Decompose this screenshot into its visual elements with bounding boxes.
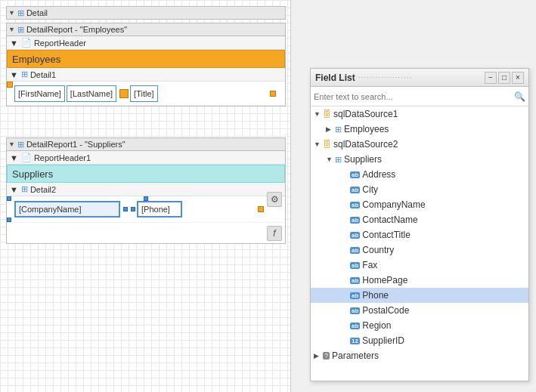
d1-icon: ⊞	[21, 69, 28, 79]
suppliers-band-label: Suppliers	[12, 168, 53, 180]
rh1-icon: 📄	[21, 153, 32, 162]
mid-handle2	[131, 207, 135, 211]
contactname-label: ContactName	[362, 215, 417, 225]
contacttitle-ab-icon: ab	[350, 232, 360, 239]
region-label: Region	[362, 320, 391, 331]
suppliers-arrow: ▼	[326, 156, 333, 163]
detail-band: ▼ ⊞ Detail	[6, 6, 286, 20]
d1-arrow: ▼	[10, 70, 18, 79]
search-box: 🔍	[311, 87, 528, 106]
detail-report-1-band: ▼ ⊞ DetailReport - "Employees" ▼ 📄 Repor…	[6, 23, 286, 106]
close-button[interactable]: ×	[512, 72, 524, 84]
detail-report-2-header[interactable]: ▼ ⊞ DetailReport1 - "Suppliers"	[6, 137, 286, 151]
employees-table-icon: ⊞	[335, 125, 342, 134]
d2-icon: ⊞	[21, 184, 28, 194]
tree-item-country[interactable]: ▶ ab Country	[311, 242, 528, 258]
sqlds1-db-icon: 🗄	[323, 110, 331, 119]
tree-item-parameters[interactable]: ▶ ? Parameters	[311, 348, 528, 363]
phone-handle	[258, 206, 264, 212]
phone-field[interactable]: [Phone]	[137, 201, 182, 218]
sel-handle-tc	[144, 196, 148, 201]
suppliers-band: Suppliers	[7, 165, 285, 183]
tree-item-city[interactable]: ▶ ab City	[311, 182, 528, 197]
tree-item-contactname[interactable]: ▶ ab ContactName	[311, 212, 528, 227]
parameters-arrow: ▶	[314, 352, 321, 360]
tree-item-sqlds1[interactable]: ▼ 🗄 sqlDataSource1	[311, 106, 528, 122]
companyname-label: CompanyName	[362, 199, 425, 210]
detail2-section[interactable]: ▼ ⊞ Detail2	[7, 183, 285, 196]
tree-item-region[interactable]: ▶ ab Region	[311, 318, 528, 333]
field-list-panel: Field List ··················· − □ × 🔍 ▼…	[310, 68, 529, 381]
detail-arrow: ▼	[8, 9, 15, 17]
title-field[interactable]: [Title]	[130, 85, 158, 102]
lastname-field[interactable]: [LastName]	[67, 85, 116, 102]
tree-item-supplierid[interactable]: ▶ 12 SupplierID	[311, 333, 528, 348]
sqlds1-arrow: ▼	[314, 110, 321, 118]
dr2-arrow: ▼	[8, 140, 15, 148]
detail-band-header[interactable]: ▼ ⊞ Detail	[6, 6, 286, 20]
tree-item-homepage[interactable]: ▶ ab HomePage	[311, 273, 528, 288]
dr1-label: DetailReport - "Employees"	[26, 25, 127, 34]
handle-r	[270, 91, 276, 97]
restore-button[interactable]: □	[498, 72, 510, 84]
designer-canvas: ▼ ⊞ Detail ▼ ⊞ DetailReport - "Employees…	[0, 0, 290, 392]
d2-label: Detail2	[30, 185, 56, 194]
formula-button[interactable]: f	[267, 226, 282, 241]
sqlds2-label: sqlDataSource2	[333, 139, 398, 150]
supplierid-label: SupplierID	[362, 335, 404, 346]
detail-table-icon: ⊞	[17, 8, 24, 18]
tree-item-suppliers[interactable]: ▼ ⊞ Suppliers	[311, 152, 528, 167]
d2-arrow: ▼	[10, 185, 18, 194]
sel-handle-tl	[7, 196, 11, 201]
tree-item-phone[interactable]: ▶ ab Phone	[311, 288, 528, 303]
detail-report-1-header[interactable]: ▼ ⊞ DetailReport - "Employees"	[6, 23, 286, 36]
field-list-title: Field List	[315, 73, 355, 83]
report-header-section[interactable]: ▼ 📄 ReportHeader	[7, 36, 285, 50]
tree-item-employees[interactable]: ▶ ⊞ Employees	[311, 122, 528, 137]
field-list-titlebar: Field List ··················· − □ ×	[311, 69, 528, 87]
minimize-button[interactable]: −	[485, 72, 497, 84]
tree-item-contacttitle[interactable]: ▶ ab ContactTitle	[311, 227, 528, 242]
tree-item-address[interactable]: ▶ ab Address	[311, 167, 528, 182]
suppliers-table-icon: ⊞	[335, 155, 342, 165]
rh1-label: ReportHeader1	[34, 153, 91, 162]
homepage-ab-icon: ab	[350, 277, 360, 284]
firstname-field[interactable]: [FirstName]	[14, 85, 65, 102]
gear-button[interactable]: ⚙	[267, 192, 282, 207]
rh1-arrow: ▼	[10, 153, 18, 162]
country-ab-icon: ab	[350, 247, 360, 254]
report-header1-section[interactable]: ▼ 📄 ReportHeader1	[7, 151, 285, 165]
d1-label: Detail1	[30, 70, 56, 79]
employees-band: Employees	[7, 50, 285, 68]
country-label: Country	[362, 245, 394, 255]
dr2-table-icon: ⊞	[17, 140, 24, 150]
suppliers-label: Suppliers	[344, 154, 382, 165]
detail-label: Detail	[26, 8, 48, 17]
suppliers-fields-row: [CompanyName] [Phone] ⚙	[7, 196, 285, 222]
designer-area: ▼ ⊞ Detail ▼ ⊞ DetailReport - "Employees…	[0, 0, 291, 392]
detail-report-2-band: ▼ ⊞ DetailReport1 - "Suppliers" ▼ 📄 Repo…	[6, 137, 286, 244]
search-input[interactable]	[314, 92, 514, 101]
tree-item-postalcode[interactable]: ▶ ab PostalCode	[311, 303, 528, 318]
detail1-section[interactable]: ▼ ⊞ Detail1	[7, 68, 285, 82]
fax-ab-icon: ab	[350, 262, 360, 269]
employees-fields-row: [FirstName] [LastName] [Title]	[7, 82, 285, 106]
dr1-arrow: ▼	[8, 26, 15, 33]
region-ab-icon: ab	[350, 323, 360, 329]
tree-item-sqlds2[interactable]: ▼ 🗄 sqlDataSource2	[311, 137, 528, 152]
supplierid-12-icon: 12	[350, 338, 360, 344]
tree-item-fax[interactable]: ▶ ab Fax	[311, 258, 528, 273]
address-label: Address	[362, 169, 395, 180]
dr2-content: ▼ 📄 ReportHeader1 Suppliers ▼ ⊞ Detail2	[6, 151, 286, 244]
search-icon: 🔍	[514, 91, 525, 102]
phone-label: Phone	[362, 290, 389, 301]
companyname-ab-icon: ab	[350, 202, 360, 208]
city-ab-icon: ab	[350, 187, 360, 193]
field-list-dots: ···················	[358, 73, 485, 82]
dr2-label: DetailReport1 - "Suppliers"	[26, 140, 125, 149]
rh-arrow: ▼	[10, 39, 18, 48]
phone-ab-icon: ab	[350, 292, 360, 299]
companyname-field[interactable]: [CompanyName]	[14, 201, 120, 218]
employees-band-label: Employees	[12, 54, 60, 65]
tree-item-companyname[interactable]: ▶ ab CompanyName	[311, 197, 528, 212]
